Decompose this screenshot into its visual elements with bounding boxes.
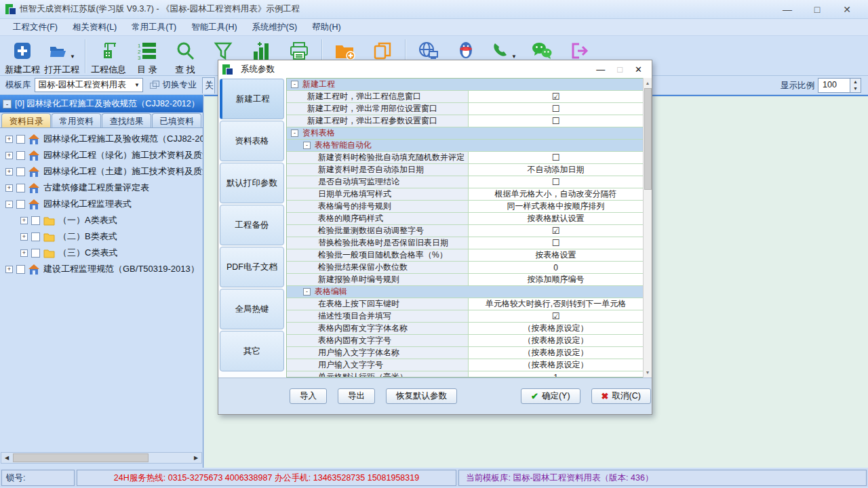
scrollbar-thumb[interactable] <box>13 453 149 462</box>
expander-icon[interactable]: + <box>20 233 28 241</box>
parameter-value[interactable]: （按表格原设定） <box>469 359 643 371</box>
zoom-ratio-input[interactable]: 100 <box>818 78 850 93</box>
parameter-row[interactable]: 用户输入文字字体名称 （按表格原设定） <box>287 347 643 359</box>
dialog-tab[interactable]: 资料表格 <box>220 121 284 161</box>
expander-icon[interactable]: + <box>5 152 13 159</box>
hidden-tab-partial[interactable]: 关 <box>202 77 215 94</box>
expander-icon[interactable]: + <box>5 184 13 192</box>
dialog-tab[interactable]: 其它 <box>220 331 284 371</box>
parameter-row[interactable]: 新建报验单时编号规则 按添加顺序编号 <box>287 274 643 286</box>
parameter-value[interactable]: （按表格原设定） <box>469 323 643 334</box>
panel-tab[interactable]: 查找结果 <box>102 113 151 127</box>
dialog-tab[interactable]: 工程备份 <box>220 205 284 245</box>
parameter-row[interactable]: 检验批一般项目随机数合格率（%） 按表格设置 <box>287 249 643 262</box>
menu-item[interactable]: 智能工具(H) <box>184 20 244 35</box>
parameter-value[interactable]: 同一样式表格中按顺序排列 <box>469 201 643 212</box>
parameter-row[interactable]: 新建工程时，弹出工程参数设置窗口 ☐ <box>287 115 643 127</box>
import-button[interactable]: 导入 <box>290 388 327 404</box>
scroll-left-icon[interactable]: ◀ <box>1 453 12 463</box>
tree-item[interactable]: + 建设工程监理规范（GB/T50319-2013） <box>0 261 203 277</box>
phone-dropdown-icon[interactable]: ▼ <box>511 54 517 60</box>
parameter-value[interactable]: ☑ <box>469 310 643 322</box>
tree-horizontal-scrollbar[interactable]: ◀ ▶ <box>1 452 202 464</box>
tree-item[interactable]: + （三）C类表式 <box>0 245 203 261</box>
switch-major-button[interactable]: 切换专业 <box>150 79 197 91</box>
tree-checkbox[interactable] <box>31 232 40 241</box>
panel-tab[interactable]: 已填资料 <box>152 113 201 127</box>
parameter-row[interactable]: -表格智能自动化 <box>287 140 643 152</box>
tree-checkbox[interactable] <box>16 167 25 176</box>
ok-button[interactable]: ✔ 确定(Y) <box>521 388 580 404</box>
expander-icon[interactable]: + <box>20 217 28 224</box>
tree-checkbox[interactable] <box>16 265 25 274</box>
parameter-row[interactable]: -资料表格 <box>287 127 643 140</box>
dialog-tab[interactable]: 全局热键 <box>220 289 284 329</box>
tree-item[interactable]: + （一）A类表式 <box>0 212 203 228</box>
menu-item[interactable]: 工程文件(F) <box>5 20 65 35</box>
tree-checkbox[interactable] <box>16 151 25 160</box>
menu-item[interactable]: 帮助(H) <box>304 20 348 35</box>
parameter-value[interactable]: 根据单元格大小，自动改变分隔符 <box>469 188 643 200</box>
tree-item[interactable]: - 园林绿化工程监理表式 <box>0 196 203 212</box>
export-button[interactable]: 导出 <box>338 388 375 404</box>
dialog-tab[interactable]: 新建工程 <box>220 79 284 119</box>
new-project-button[interactable]: 新建工程 <box>3 38 42 77</box>
maximize-button[interactable]: □ <box>811 4 823 15</box>
close-button[interactable]: ✕ <box>841 4 853 15</box>
parameter-value[interactable]: 0 <box>469 262 643 273</box>
spin-up-icon[interactable]: ▲ <box>850 79 861 85</box>
tree-item[interactable]: + 园林绿化工程（绿化）施工技术资料及质量验收 <box>0 147 203 163</box>
parameter-row[interactable]: 用户输入文字字号 （按表格原设定） <box>287 359 643 371</box>
dialog-minimize-button[interactable]: — <box>596 64 605 75</box>
parameter-row[interactable]: 日期单元格填写样式 根据单元格大小，自动改变分隔符 <box>287 188 643 201</box>
scroll-down-icon[interactable]: ▼ <box>646 367 650 378</box>
parameter-value[interactable]: （按表格原设定） <box>469 347 643 359</box>
zoom-ratio-stepper[interactable]: ▲ ▼ <box>850 78 861 93</box>
parameter-row[interactable]: 表格的顺序码样式 按表格默认设置 <box>287 213 643 225</box>
tree-item[interactable]: + 园林绿化工程（土建）施工技术资料及质量验收 <box>0 163 203 180</box>
parameter-value[interactable]: 1 <box>469 371 643 378</box>
parameter-row[interactable]: -表格编辑 <box>287 286 643 298</box>
collapse-project-button[interactable]: - <box>3 100 12 108</box>
catalog-button[interactable]: 123 目 录 <box>128 38 166 77</box>
collapse-box-icon[interactable]: - <box>291 129 298 137</box>
tree-checkbox[interactable] <box>31 216 40 225</box>
parameter-row[interactable]: 检验批量测数据自动调整字号 ☑ <box>287 225 643 237</box>
menu-item[interactable]: 常用工具(T) <box>124 20 184 35</box>
parameter-row[interactable]: 表格编号的排号规则 同一样式表格中按顺序排列 <box>287 201 643 213</box>
scroll-up-icon[interactable]: ▲ <box>646 78 650 88</box>
parameter-row[interactable]: 替换检验批表格时是否保留旧表日期 ☐ <box>287 237 643 249</box>
parameter-row[interactable]: 新建工程时，弹出工程信息窗口 ☑ <box>287 91 643 103</box>
minimize-button[interactable]: — <box>781 4 793 15</box>
parameter-value[interactable]: ☑ <box>469 91 643 102</box>
tree-checkbox[interactable] <box>16 135 25 144</box>
tree-item[interactable]: + 古建筑修建工程质量评定表 <box>0 180 203 196</box>
parameter-row[interactable]: 新建资料时检验批自动填充随机数并评定 ☐ <box>287 152 643 164</box>
parameter-row[interactable]: 检验批结果保留小数位数 0 <box>287 262 643 274</box>
panel-tab[interactable]: 资料目录 <box>1 113 51 127</box>
parameter-value[interactable]: 按添加顺序编号 <box>469 274 643 285</box>
tree-checkbox[interactable] <box>16 184 25 192</box>
open-project-dropdown-icon[interactable]: ▼ <box>70 54 75 60</box>
parameter-row[interactable]: 新建工程时，弹出常用部位设置窗口 ☐ <box>287 103 643 115</box>
parameter-row[interactable]: 表格内固有文字字号 （按表格原设定） <box>287 335 643 347</box>
collapse-box-icon[interactable]: - <box>303 142 311 149</box>
parameter-row[interactable]: 在表格上按下回车键时 单元格较大时换行,否则转到下一单元格 <box>287 298 643 310</box>
restore-defaults-button[interactable]: 恢复默认参数 <box>386 388 457 404</box>
scrollbar-thumb[interactable] <box>644 88 652 190</box>
dialog-vertical-scrollbar[interactable]: ▲ ▼ <box>643 78 652 378</box>
expander-icon[interactable]: + <box>20 249 28 257</box>
cancel-button[interactable]: ✖ 取消(C) <box>591 388 651 404</box>
chevron-down-icon[interactable]: ▼ <box>132 82 142 88</box>
dialog-tab[interactable]: 默认打印参数 <box>220 163 284 203</box>
menu-item[interactable]: 系统维护(S) <box>245 20 305 35</box>
parameter-row[interactable]: 表格内固有文字字体名称 （按表格原设定） <box>287 323 643 335</box>
parameter-value[interactable]: （按表格原设定） <box>469 335 643 346</box>
spin-down-icon[interactable]: ▼ <box>850 85 861 92</box>
expander-icon[interactable]: + <box>5 266 13 273</box>
expander-icon[interactable]: + <box>5 136 13 143</box>
parameter-value[interactable]: 单元格较大时换行,否则转到下一单元格 <box>469 298 643 310</box>
dialog-maximize-button[interactable]: □ <box>617 64 623 75</box>
parameter-row[interactable]: 新建资料时是否自动添加日期 不自动添加日期 <box>287 164 643 176</box>
search-button[interactable]: 查 找 <box>166 38 204 77</box>
